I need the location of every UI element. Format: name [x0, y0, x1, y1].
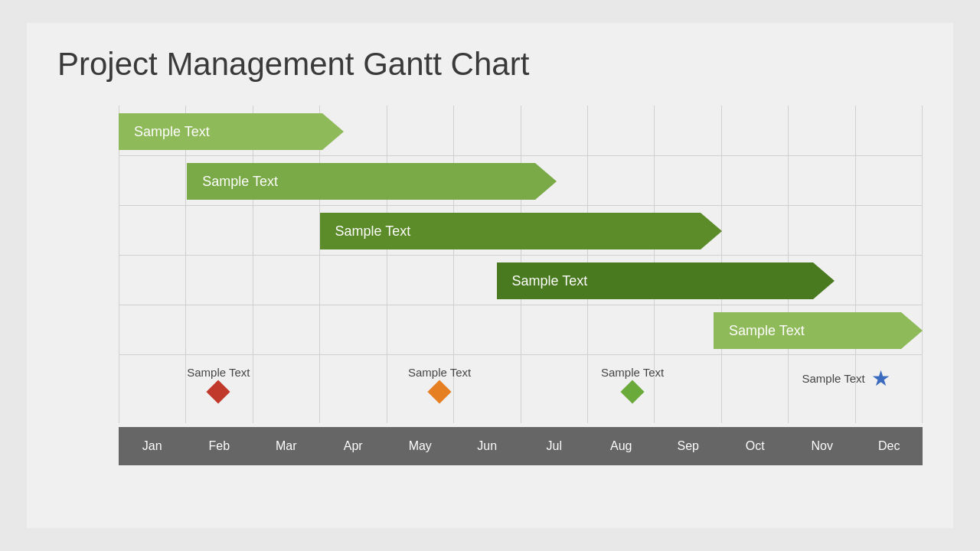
milestone-1-diamond [207, 380, 230, 403]
slide: Project Management Gantt Chart [27, 23, 953, 528]
milestone-4-label: Sample Text [802, 372, 865, 385]
month-feb: Feb [186, 439, 253, 453]
milestone-4: Sample Text ★ [802, 366, 890, 391]
month-mar: Mar [253, 439, 320, 453]
milestone-1-label: Sample Text [187, 366, 250, 379]
milestone-3-diamond [621, 380, 645, 403]
milestone-2-label: Sample Text [408, 366, 471, 379]
milestone-2-diamond [428, 380, 452, 403]
milestone-3: Sample Text [601, 366, 664, 400]
month-may: May [387, 439, 454, 453]
month-jan: Jan [119, 439, 186, 453]
milestone-1: Sample Text [187, 366, 250, 400]
month-dec: Dec [856, 439, 923, 453]
page-title: Project Management Gantt Chart [57, 46, 923, 83]
month-nov: Nov [789, 439, 856, 453]
month-oct: Oct [722, 439, 789, 453]
month-sep: Sep [655, 439, 722, 453]
milestones-container: Sample Text Sample Text Sample Text Samp… [119, 106, 923, 423]
chart-area: Sample Text Sample Text Sample Text [57, 106, 923, 465]
milestone-3-label: Sample Text [601, 366, 664, 379]
milestone-2: Sample Text [408, 366, 471, 400]
month-aug: Aug [588, 439, 655, 453]
timeline: Jan Feb Mar Apr May Jun Jul Aug Sep Oct … [119, 427, 923, 465]
month-jun: Jun [454, 439, 521, 453]
milestone-4-star-icon: ★ [871, 366, 890, 391]
month-apr: Apr [320, 439, 387, 453]
month-jul: Jul [521, 439, 588, 453]
